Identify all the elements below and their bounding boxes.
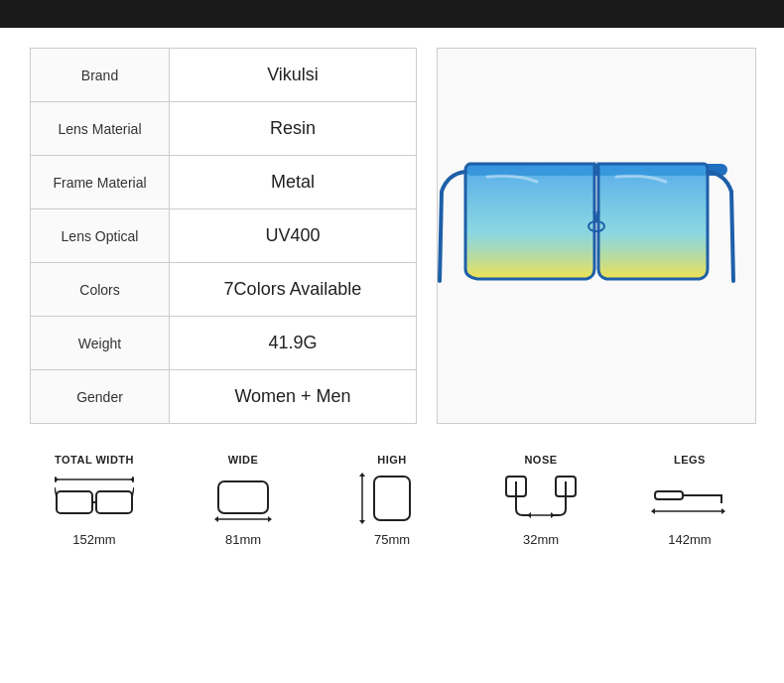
table-label-6: Gender (31, 370, 170, 424)
dimensions-section: TOTAL WIDTH 152mm WIDE 81mm (0, 444, 784, 567)
main-content: Brand Vikulsi Lens Material Resin Frame … (0, 28, 784, 444)
dimension-icon-high (352, 472, 432, 526)
table-value-4: 7Colors Available (170, 263, 417, 317)
table-row: Brand Vikulsi (31, 49, 417, 102)
table-label-2: Frame Material (31, 156, 170, 209)
table-row: Weight 41.9G (31, 317, 417, 370)
table-row: Lens Material Resin (31, 102, 417, 156)
dimension-item-legs: LEGS 142mm (650, 454, 729, 547)
dimension-item-total-width: TOTAL WIDTH 152mm (55, 454, 134, 547)
table-label-1: Lens Material (31, 102, 170, 156)
sunglasses-illustration (438, 97, 755, 375)
dimension-icon-wide (203, 472, 283, 526)
dimension-value-1: 81mm (225, 532, 261, 547)
svg-marker-12 (268, 516, 272, 522)
dimension-label-2: HIGH (377, 454, 407, 466)
dimension-item-high: HIGH 75mm (352, 454, 432, 547)
table-value-0: Vikulsi (170, 49, 417, 102)
dimension-value-0: 152mm (72, 532, 115, 547)
svg-marker-15 (359, 473, 365, 477)
svg-rect-13 (374, 477, 410, 520)
dimension-label-4: LEGS (674, 454, 706, 466)
table-label-3: Lens Optical (31, 209, 170, 263)
dimension-label-1: WIDE (228, 454, 259, 466)
dimension-icon-nose (501, 472, 581, 526)
table-label-4: Colors (31, 263, 170, 317)
svg-rect-3 (96, 491, 132, 513)
table-row: Lens Optical UV400 (31, 209, 417, 263)
svg-marker-25 (721, 508, 725, 514)
table-value-1: Resin (170, 102, 417, 156)
dimension-value-4: 142mm (668, 532, 711, 547)
info-table: Brand Vikulsi Lens Material Resin Frame … (30, 48, 417, 424)
dimension-value-2: 75mm (374, 532, 410, 547)
svg-marker-20 (527, 512, 531, 518)
dimension-icon-legs (650, 472, 729, 526)
svg-marker-24 (651, 508, 655, 514)
table-row: Colors 7Colors Available (31, 263, 417, 317)
table-label-5: Weight (31, 317, 170, 370)
svg-marker-21 (551, 512, 555, 518)
table-value-2: Metal (170, 156, 417, 209)
svg-rect-2 (57, 491, 92, 513)
dimension-item-nose: NOSE 32mm (501, 454, 581, 547)
table-row: Frame Material Metal (31, 156, 417, 209)
table-label-0: Brand (31, 49, 170, 102)
svg-rect-22 (655, 491, 683, 499)
page-header (0, 0, 784, 28)
dimension-value-3: 32mm (523, 532, 559, 547)
product-image (437, 48, 756, 424)
dimension-label-3: NOSE (524, 454, 557, 466)
svg-rect-9 (218, 481, 268, 513)
dimension-item-wide: WIDE 81mm (203, 454, 283, 547)
table-value-6: Women + Men (170, 370, 417, 424)
table-value-5: 41.9G (170, 317, 417, 370)
dimension-icon-total-width (55, 472, 134, 526)
svg-marker-11 (214, 516, 218, 522)
table-value-3: UV400 (170, 209, 417, 263)
dimension-label-0: TOTAL WIDTH (55, 454, 134, 466)
svg-marker-16 (359, 520, 365, 524)
table-row: Gender Women + Men (31, 370, 417, 424)
